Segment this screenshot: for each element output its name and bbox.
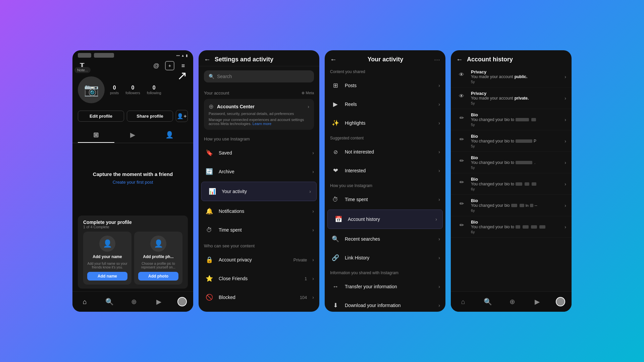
followers-stat: 0 followers	[125, 85, 140, 95]
account-privacy-item[interactable]: 🔒 Account privacy Private ›	[199, 250, 319, 269]
not-interested-item[interactable]: ⊘ Not interested ›	[325, 142, 445, 161]
accounts-center-chevron: ›	[308, 104, 309, 109]
tab-grid[interactable]: ⊞	[78, 127, 114, 143]
accounts-center-item[interactable]: ⊕ Accounts Center › Password, security, …	[204, 99, 314, 130]
settings-back-arrow[interactable]: ←	[204, 56, 211, 63]
add-name-button[interactable]: Add name	[87, 272, 127, 281]
download-info-item[interactable]: ⬇ Download your information ›	[325, 296, 445, 312]
history-nav-add[interactable]: ⊕	[506, 296, 519, 308]
your-account-label: Your account	[204, 90, 229, 96]
not-interested-icon: ⊘	[330, 146, 341, 157]
transfer-info-item[interactable]: ↔ Transfer your information ›	[325, 277, 445, 296]
status-bar: ▪▪▪ ▲ ▮	[72, 50, 193, 59]
add-name-title: Add your name	[93, 254, 122, 259]
history-nav-home[interactable]: ⌂	[457, 296, 469, 308]
hide-story-item[interactable]: 👁 Hide story and live... ›	[199, 307, 319, 312]
blocked-item[interactable]: 🚫 Blocked 104 ›	[199, 288, 319, 307]
history-bio-1[interactable]: ✏ Bio You changed your bio to 5y ›	[451, 109, 572, 130]
history-nav-reels[interactable]: ▶	[531, 296, 543, 308]
add-person-button[interactable]: 👤+	[176, 110, 188, 122]
following-stat: 0 following	[147, 85, 161, 95]
history-bio-5[interactable]: ✏ Bio You changed your bio In -- 6y ›	[451, 195, 572, 216]
history-bio-6[interactable]: ✏ Bio You changed your bio to 6y ›	[451, 216, 572, 238]
status-pill	[78, 53, 91, 58]
profile-stats: 0 posts 0 followers 0 following	[110, 85, 188, 95]
account-history-icon: 📅	[333, 214, 344, 225]
download-info-title: Download your information	[345, 303, 434, 308]
add-photo-button[interactable]: Add photo	[138, 272, 178, 281]
highlights-activity-item[interactable]: ✨ Highlights ›	[325, 114, 445, 132]
history-nav-search[interactable]: 🔍	[482, 296, 494, 308]
create-first-post-link[interactable]: Create your first post	[113, 180, 153, 185]
threads-icon[interactable]: @	[152, 61, 161, 70]
meta-logo: ⊕ Meta	[302, 91, 314, 95]
bio-5-text: In	[526, 203, 529, 207]
archive-menu-item[interactable]: 🔄 Archive ›	[199, 162, 319, 181]
history-privacy-private-content: Privacy You made your account private. 5…	[471, 91, 560, 105]
notifications-menu-item[interactable]: 🔔 Notifications ›	[199, 202, 319, 221]
download-info-icon: ⬇	[330, 300, 341, 311]
reels-activity-item[interactable]: ▶ Reels ›	[325, 95, 445, 114]
activity-back-arrow[interactable]: ←	[330, 56, 337, 63]
learn-more-link[interactable]: Learn more	[253, 122, 271, 126]
history-bio-5-desc: You changed your bio In --	[471, 203, 560, 208]
link-history-item[interactable]: 🔗 Link History ›	[325, 248, 445, 267]
posts-activity-title: Posts	[345, 83, 434, 88]
profile-tabs: ⊞ ▶ 👤	[72, 127, 193, 143]
history-bio-4[interactable]: ✏ Bio You changed your bio to 6y ›	[451, 173, 572, 195]
close-friends-chevron: ›	[312, 276, 314, 281]
search-bar[interactable]: 🔍 Search	[204, 70, 314, 82]
history-nav-avatar[interactable]	[556, 297, 565, 306]
history-bio-6-content: Bio You changed your bio to 6y	[471, 220, 560, 234]
activity-more-icon[interactable]: ⋯	[434, 56, 440, 63]
add-post-icon[interactable]: +	[165, 61, 174, 70]
transfer-info-title: Transfer your information	[345, 284, 434, 289]
interested-chevron: ›	[438, 168, 440, 173]
accounts-center-icon: ⊕	[209, 103, 214, 110]
history-bio-3[interactable]: ✏ Bio You changed your bio to . 5y ›	[451, 152, 572, 173]
history-bio-2[interactable]: ✏ Bio You changed your bio to P 5y ›	[451, 130, 572, 152]
edit-profile-button[interactable]: Edit profile	[78, 111, 124, 122]
posts-activity-item[interactable]: ⊞ Posts ›	[325, 76, 445, 95]
followers-count: 0	[125, 85, 140, 91]
complete-profile-subtitle: 1 of 4 Complete	[83, 225, 182, 229]
share-profile-button[interactable]: Share profile	[127, 111, 173, 122]
history-privacy-private[interactable]: 👁 Privacy You made your account private.…	[451, 87, 572, 109]
close-friends-item[interactable]: ⭐ Close Friends 1 ›	[199, 269, 319, 288]
blocked-chevron: ›	[312, 295, 314, 300]
bio-6-block4	[539, 225, 545, 229]
time-spent-activity-content: Time spent	[345, 197, 434, 202]
posts-stat: 0 posts	[110, 85, 119, 95]
add-photo-icon: 👤	[150, 236, 166, 252]
time-spent-activity-item[interactable]: ⏱ Time spent ›	[325, 190, 445, 209]
bio-4-block2	[525, 182, 529, 186]
history-bio-3-desc: You changed your bio to .	[471, 160, 560, 165]
time-spent-menu-item[interactable]: ⏱ Time spent ›	[199, 221, 319, 239]
account-history-item[interactable]: 📅 Account history ›	[327, 209, 443, 229]
history-bio-5-time: 6y	[471, 208, 560, 213]
history-bio-3-time: 5y	[471, 166, 560, 170]
who-can-see-label: Who can see your content	[199, 239, 319, 250]
nav-avatar[interactable]	[177, 297, 187, 306]
battery-icon: ▮	[186, 54, 188, 57]
history-back-arrow[interactable]: ←	[456, 56, 463, 63]
history-privacy-public[interactable]: 👁 Privacy You made your account public. …	[451, 66, 572, 87]
tab-tagged[interactable]: 👤	[151, 127, 188, 143]
who-can-see-text: Who can see your content	[204, 243, 255, 248]
accounts-center-desc: Manage your connected experiences and ac…	[209, 118, 309, 126]
recent-searches-item[interactable]: 🔍 Recent searches ›	[325, 230, 445, 248]
your-activity-menu-item[interactable]: 📊 Your activity ›	[201, 182, 317, 201]
nav-add[interactable]: ⊕	[128, 296, 140, 308]
nav-reels[interactable]: ▶	[153, 296, 165, 308]
nav-home[interactable]: ⌂	[79, 296, 91, 308]
interested-item[interactable]: ❤ Interested ›	[325, 161, 445, 180]
search-placeholder: Search	[217, 74, 232, 79]
tab-reels[interactable]: ▶	[114, 127, 151, 143]
info-shared-label: Information you shared with Instagram	[325, 267, 445, 277]
saved-menu-item[interactable]: 🔖 Saved ›	[199, 143, 319, 162]
highlights-activity-icon: ✨	[330, 118, 341, 128]
not-interested-content: Not interested	[345, 149, 434, 155]
nav-search[interactable]: 🔍	[103, 296, 115, 308]
blocked-title: Blocked	[219, 295, 296, 300]
bio-2-block	[516, 139, 532, 143]
